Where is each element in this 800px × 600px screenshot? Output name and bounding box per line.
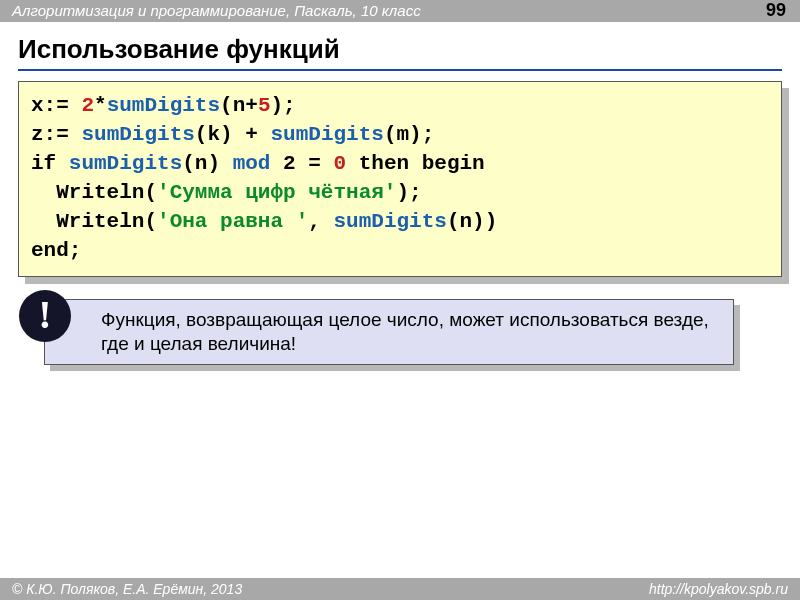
footer-bar: © К.Ю. Поляков, Е.А. Ерёмин, 2013 http:/… (0, 578, 800, 600)
code-line-3: if sumDigits(n) mod 2 = 0 then begin (31, 152, 485, 175)
header-bar: Алгоритмизация и программирование, Паска… (0, 0, 800, 22)
note-text: Функция, возвращающая целое число, может… (101, 309, 709, 354)
note-block: ! Функция, возвращающая целое число, мож… (44, 299, 734, 366)
course-title: Алгоритмизация и программирование, Паска… (12, 2, 421, 19)
footer-url: http://kpolyakov.spb.ru (649, 581, 788, 597)
slide-content: Использование функций x:= 2*sumDigits(n+… (0, 22, 800, 365)
code-block: x:= 2*sumDigits(n+5); z:= sumDigits(k) +… (18, 81, 782, 277)
page-number: 99 (766, 0, 786, 21)
code-line-4: Writeln('Сумма цифр чётная'); (31, 181, 422, 204)
code-line-5: Writeln('Она равна ', sumDigits(n)) (31, 210, 497, 233)
exclamation-icon: ! (19, 290, 71, 342)
footer-authors: © К.Ю. Поляков, Е.А. Ерёмин, 2013 (12, 581, 242, 597)
note-box: ! Функция, возвращающая целое число, мож… (44, 299, 734, 366)
code-line-6: end; (31, 239, 81, 262)
code-line-1: x:= 2*sumDigits(n+5); (31, 94, 296, 117)
code-line-2: z:= sumDigits(k) + sumDigits(m); (31, 123, 434, 146)
code-box: x:= 2*sumDigits(n+5); z:= sumDigits(k) +… (18, 81, 782, 277)
slide-title: Использование функций (18, 34, 782, 71)
